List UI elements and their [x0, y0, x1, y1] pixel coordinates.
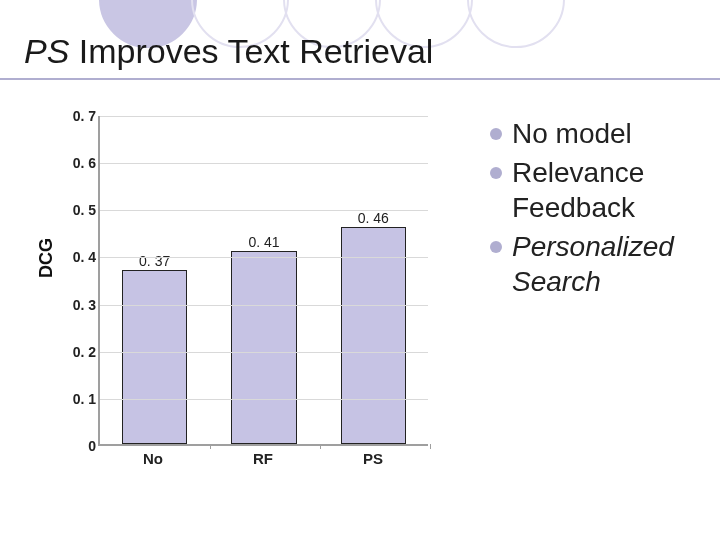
bar: 0. 46 [341, 227, 407, 444]
y-tick-label: 0. 6 [66, 155, 96, 171]
grid-line [100, 305, 428, 306]
grid-line [100, 116, 428, 117]
grid-line [100, 352, 428, 353]
bar-slot: 0. 41 [209, 116, 318, 444]
y-tick-label: 0. 7 [66, 108, 96, 124]
x-tick-label: RF [208, 450, 318, 467]
bars-container: 0. 370. 410. 46 [100, 116, 428, 444]
bullet-item: Relevance Feedback [490, 155, 700, 225]
bullet-list: No modelRelevance FeedbackPersonalized S… [450, 108, 700, 520]
grid-line [100, 257, 428, 258]
bar-slot: 0. 37 [100, 116, 209, 444]
bar-value-label: 0. 46 [358, 210, 389, 226]
page-title: PS Improves Text Retrieval [24, 32, 433, 71]
x-tick-mark [210, 444, 211, 449]
x-tick-label: PS [318, 450, 428, 467]
bullet-text: No model [512, 116, 632, 151]
title-underline [0, 78, 720, 80]
bar-slot: 0. 46 [319, 116, 428, 444]
grid-line [100, 210, 428, 211]
bullet-dot-icon [490, 167, 502, 179]
x-tick-label: No [98, 450, 208, 467]
bullet-text: Relevance Feedback [512, 155, 700, 225]
bullet-dot-icon [490, 241, 502, 253]
bullet-dot-icon [490, 128, 502, 140]
y-tick-label: 0 [66, 438, 96, 454]
bullet-text: Personalized Search [512, 229, 700, 299]
x-tick-mark [430, 444, 431, 449]
bar-value-label: 0. 41 [248, 234, 279, 250]
x-tick-mark [320, 444, 321, 449]
y-tick-label: 0. 1 [66, 391, 96, 407]
bar: 0. 37 [122, 270, 188, 444]
bar: 0. 41 [231, 251, 297, 444]
y-tick-label: 0. 4 [66, 249, 96, 265]
y-tick-label: 0. 2 [66, 344, 96, 360]
chart: DCG 0. 370. 410. 46 00. 10. 20. 30. 40. … [40, 108, 450, 520]
bullet-item: Personalized Search [490, 229, 700, 299]
title-rest: Improves Text Retrieval [69, 32, 433, 70]
y-tick-label: 0. 3 [66, 297, 96, 313]
y-tick-label: 0. 5 [66, 202, 96, 218]
bar-value-label: 0. 37 [139, 253, 170, 269]
circle-icon [467, 0, 565, 48]
bullet-item: No model [490, 116, 700, 151]
content: DCG 0. 370. 410. 46 00. 10. 20. 30. 40. … [40, 108, 700, 520]
grid-line [100, 399, 428, 400]
grid-line [100, 163, 428, 164]
y-axis-label: DCG [36, 238, 57, 278]
slide: PS Improves Text Retrieval DCG 0. 370. 4… [0, 0, 720, 540]
title-prefix: PS [24, 32, 69, 70]
plot-area: 0. 370. 410. 46 [98, 116, 428, 446]
